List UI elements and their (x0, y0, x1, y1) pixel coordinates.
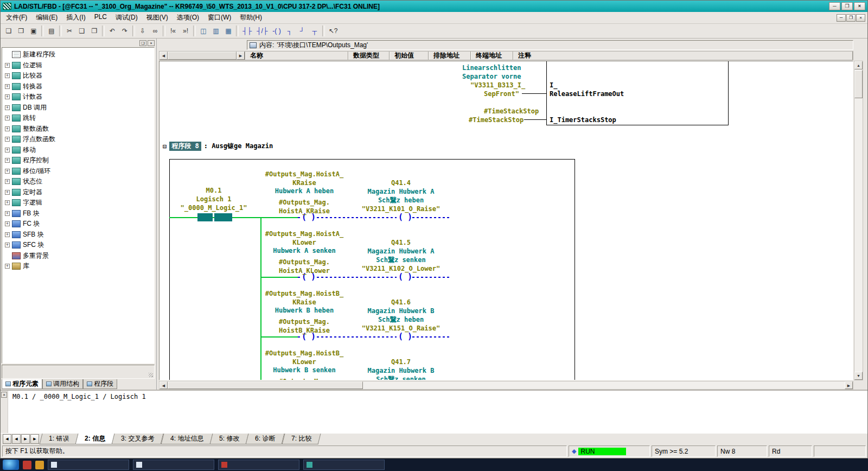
vscroll-track[interactable] (854, 98, 863, 372)
copy-button[interactable]: ❑ (76, 26, 88, 37)
tree-item-integer-math[interactable]: +整数函数 (4, 124, 154, 135)
tree-item-new-network[interactable]: 新建程序段 (4, 49, 154, 60)
paste-button[interactable]: ❐ (88, 26, 100, 37)
save-button[interactable]: ▣ (28, 26, 40, 37)
dock-float-button[interactable]: ❏ (139, 40, 146, 46)
taskbar-app-yellow[interactable] (35, 461, 44, 469)
view-split-button[interactable]: ▥ (210, 26, 222, 37)
expand-icon[interactable]: + (5, 232, 10, 237)
tree-item-shift-rotate[interactable]: +移位/循环 (4, 166, 154, 177)
undo-button[interactable]: ↶ (106, 26, 118, 37)
tree-item-timers[interactable]: +定时器 (4, 187, 154, 198)
print-button[interactable]: ▤ (46, 26, 58, 37)
expand-icon[interactable]: + (5, 169, 10, 174)
tree-item-fb-blocks[interactable]: +FB 块 (4, 208, 154, 219)
expand-icon[interactable]: + (5, 148, 10, 152)
menu-item-8[interactable]: 帮助(H) (235, 12, 266, 23)
ladder-canvas[interactable]: Linearschlitten Separator vorne "V3311_B… (159, 61, 853, 380)
coil-symbol[interactable]: ) (407, 273, 412, 281)
minimize-button[interactable]: ─ (829, 2, 840, 10)
expand-icon[interactable]: + (5, 105, 10, 110)
expand-icon[interactable]: + (5, 264, 10, 269)
output-tab-2[interactable]: 2: 信息 (75, 434, 115, 444)
tree-item-bit-logic[interactable]: +位逻辑 (4, 60, 154, 71)
expand-icon[interactable]: + (5, 63, 10, 68)
help-pointer-button[interactable]: ↖? (327, 26, 340, 37)
column-header-2[interactable]: 初始值 (390, 52, 429, 60)
tree-item-float-math[interactable]: +浮点数函数 (4, 134, 154, 145)
scroll-left-icon[interactable] (159, 52, 168, 60)
contact-no-button[interactable]: ┤├ (240, 26, 254, 37)
taskbar-window-4[interactable] (303, 460, 385, 470)
output-tab-7[interactable]: 7: 比较 (282, 434, 321, 444)
column-header-5[interactable]: 注释 (513, 52, 853, 60)
goto-next-error-button[interactable]: »! (180, 26, 192, 37)
mdi-close-button[interactable]: × (856, 14, 865, 22)
sidebar-tab-1[interactable]: 调用结构 (42, 379, 83, 389)
coil-symbol[interactable]: ( (398, 273, 403, 281)
tree-item-jump[interactable]: +跳转 (4, 113, 154, 124)
dock-close-button[interactable]: × (148, 40, 155, 46)
tree-item-libraries[interactable]: +库 (4, 261, 154, 272)
close-branch-button[interactable]: ┘ (296, 26, 308, 37)
download-button[interactable]: ⇩ (137, 26, 149, 37)
vscroll-thumb[interactable] (854, 70, 863, 98)
expand-icon[interactable]: + (5, 137, 10, 142)
tree-item-program-control[interactable]: +程序控制 (4, 155, 154, 166)
expand-icon[interactable]: + (5, 158, 10, 163)
menu-item-4[interactable]: 调试(D) (111, 12, 142, 23)
menu-item-1[interactable]: 编辑(E) (31, 12, 62, 23)
tree-item-sfb-blocks[interactable]: +SFB 块 (4, 230, 154, 240)
goto-prev-error-button[interactable]: !« (167, 26, 179, 37)
hscroll-thumb[interactable] (168, 381, 363, 389)
expand-icon[interactable]: + (5, 179, 10, 184)
tbranch-button[interactable]: ┬ (309, 26, 321, 37)
scroll-right-icon[interactable] (845, 381, 853, 389)
taskbar-window-1[interactable] (48, 460, 129, 470)
menu-item-7[interactable]: 窗口(W) (203, 12, 235, 23)
start-button[interactable] (3, 460, 19, 470)
tree-item-status-bits[interactable]: +状态位 (4, 176, 154, 187)
output-close-button[interactable]: × (1, 392, 7, 398)
tree-item-db-call[interactable]: +DB 调用 (4, 103, 154, 113)
menu-item-6[interactable]: 选项(O) (173, 12, 203, 23)
scroll-thumb[interactable] (168, 52, 237, 60)
expand-icon[interactable]: + (5, 84, 10, 89)
msg-first-button[interactable]: ◀ (3, 434, 11, 444)
msg-next-button[interactable]: ▶ (21, 434, 30, 444)
output-tab-6[interactable]: 6: 诊断 (246, 434, 285, 444)
tree-item-sfc-blocks[interactable]: +SFC 块 (4, 240, 154, 251)
scroll-left-icon[interactable] (159, 381, 168, 389)
expand-icon[interactable]: + (5, 221, 10, 226)
mdi-restore-button[interactable]: ❐ (846, 14, 856, 22)
expand-icon[interactable]: + (5, 116, 10, 120)
expand-icon[interactable]: + (5, 94, 10, 99)
monitor-glasses-button[interactable]: ∞ (149, 26, 161, 37)
output-tab-5[interactable]: 5: 修改 (210, 434, 249, 444)
open-branch-button[interactable]: ┐ (284, 26, 296, 37)
expand-icon[interactable]: + (5, 243, 10, 247)
taskbar-window-2[interactable] (133, 460, 214, 470)
tree-item-multi-instance[interactable]: 多重背景 (4, 251, 154, 262)
coil-button[interactable]: -( ) (270, 26, 283, 37)
output-tab-4[interactable]: 4: 地址信息 (161, 434, 213, 444)
tree-item-word-logic[interactable]: +字逻辑 (4, 198, 154, 208)
network-number[interactable]: 程序段 8 (169, 142, 201, 151)
view-data-button[interactable]: ◫ (197, 26, 209, 37)
taskbar-window-3[interactable] (218, 460, 299, 470)
menu-item-5[interactable]: 视图(V) (142, 12, 173, 23)
new-button[interactable]: ❏ (3, 26, 15, 37)
tree-item-converter[interactable]: +转换器 (4, 81, 154, 92)
expand-icon[interactable]: + (5, 73, 10, 78)
network-title[interactable]: : Ausg锿ge Magazin (204, 142, 273, 151)
msg-prev-button[interactable]: ◀ (12, 434, 21, 444)
sidebar-tab-0[interactable]: 程序元素 (2, 379, 42, 389)
output-tab-1[interactable]: 1: 错误 (40, 434, 79, 444)
expand-icon[interactable]: + (5, 211, 10, 216)
scroll-right-icon[interactable] (237, 52, 245, 60)
open-button[interactable]: ❒ (15, 26, 27, 37)
sidebar-tab-2[interactable]: 程序段 (83, 379, 117, 389)
network-collapse-toggle[interactable]: ⊟ (163, 143, 167, 150)
view-list-button[interactable]: ▦ (222, 26, 234, 37)
menu-item-2[interactable]: 插入(I) (62, 12, 90, 23)
